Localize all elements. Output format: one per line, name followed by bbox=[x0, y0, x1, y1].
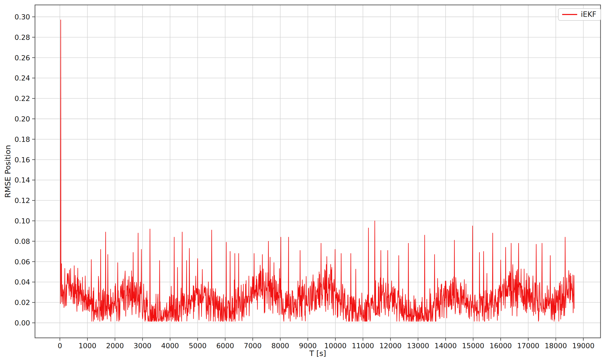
iekf-series-line bbox=[60, 20, 574, 321]
y-tick-label: 0.12 bbox=[15, 196, 30, 205]
x-tick-label: 12000 bbox=[379, 342, 402, 350]
y-tick-label: 0.16 bbox=[15, 156, 30, 164]
x-tick-label: 2000 bbox=[106, 342, 124, 350]
y-tick-label: 0.20 bbox=[15, 115, 30, 123]
legend-line-sample-iekf bbox=[562, 14, 577, 15]
x-tick-label: 9000 bbox=[299, 342, 317, 350]
y-tick-label: 0.22 bbox=[15, 94, 30, 103]
x-tick-label: 10000 bbox=[324, 342, 347, 350]
y-tick-label: 0.08 bbox=[15, 237, 30, 245]
rmse-line-chart bbox=[0, 0, 607, 364]
x-tick-label: 19000 bbox=[572, 342, 595, 350]
x-tick-label: 7000 bbox=[244, 342, 262, 350]
y-tick-label: 0.02 bbox=[15, 299, 30, 307]
x-tick-label: 3000 bbox=[134, 342, 152, 350]
x-tick-label: 18000 bbox=[545, 342, 567, 350]
x-tick-label: 16000 bbox=[490, 342, 512, 350]
x-tick-label: 8000 bbox=[271, 342, 289, 350]
y-axis-title: RMSE Position bbox=[3, 145, 12, 198]
x-tick-label: 4000 bbox=[161, 342, 179, 350]
y-tick-label: 0.00 bbox=[15, 319, 30, 327]
x-tick-label: 0 bbox=[58, 342, 62, 350]
y-tick-label: 0.24 bbox=[15, 74, 30, 82]
x-tick-label: 17000 bbox=[517, 342, 539, 350]
y-tick-label: 0.28 bbox=[15, 33, 30, 41]
y-tick-label: 0.06 bbox=[15, 258, 30, 266]
x-tick-label: 15000 bbox=[462, 342, 484, 350]
legend-label-iekf: iEKF bbox=[581, 11, 596, 18]
y-tick-label: 0.04 bbox=[15, 278, 30, 286]
x-tick-label: 11000 bbox=[352, 342, 374, 350]
legend: iEKF bbox=[558, 8, 601, 21]
y-tick-label: 0.10 bbox=[15, 217, 30, 225]
y-tick-label: 0.30 bbox=[15, 13, 30, 21]
x-tick-label: 6000 bbox=[216, 342, 234, 350]
figure-canvas: RMSE Position T [s] iEKF 010002000300040… bbox=[0, 0, 607, 364]
x-tick-label: 1000 bbox=[79, 342, 96, 350]
x-axis-title: T [s] bbox=[309, 349, 326, 358]
x-tick-label: 14000 bbox=[434, 342, 457, 350]
y-tick-label: 0.14 bbox=[15, 176, 30, 184]
y-tick-label: 0.26 bbox=[15, 54, 30, 62]
x-tick-label: 13000 bbox=[407, 342, 429, 350]
x-tick-label: 5000 bbox=[189, 342, 207, 350]
y-tick-label: 0.18 bbox=[15, 135, 30, 143]
